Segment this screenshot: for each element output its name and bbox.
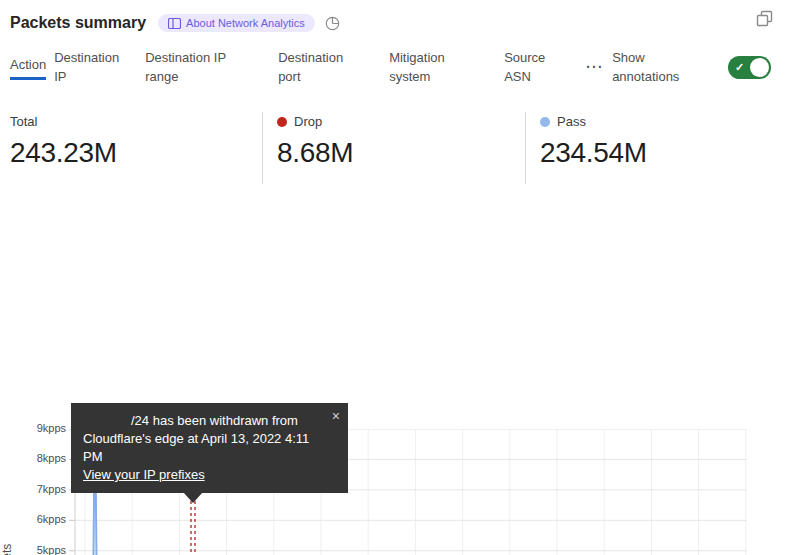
- pie-chart-icon: [325, 16, 340, 31]
- tab-destination-port[interactable]: Destination port: [278, 48, 356, 86]
- y-tick-label: 8kpps: [0, 452, 66, 464]
- tab-destination-ip[interactable]: Destination IP: [54, 48, 129, 86]
- toggle-knob: [750, 58, 769, 77]
- packets-summary-card: Packets summary About Network Analytics …: [0, 0, 785, 555]
- book-icon: [168, 18, 181, 29]
- stat-total-label: Total: [10, 114, 117, 129]
- y-tick-label: 5kpps: [0, 544, 66, 555]
- tab-action[interactable]: Action: [10, 55, 46, 80]
- tab-destination-ip-range[interactable]: Destination IP range: [145, 48, 242, 86]
- page-title: Packets summary: [10, 14, 146, 32]
- checkmark-icon: ✓: [735, 61, 744, 74]
- annotation-tooltip: × /24 has been withdrawn from Cloudflare…: [71, 403, 348, 493]
- stat-drop-label: Drop: [277, 114, 353, 129]
- tabs-bar: Action Destination IP Destination IP ran…: [10, 44, 771, 90]
- close-icon[interactable]: ×: [332, 407, 340, 425]
- y-tick-label: 6kpps: [0, 513, 66, 525]
- y-tick-label: 7kpps: [0, 483, 66, 495]
- stat-total-value: 243.23M: [10, 137, 117, 169]
- show-annotations-toggle[interactable]: ✓: [728, 56, 771, 79]
- stat-drop: Drop 8.68M: [277, 114, 353, 169]
- y-tick-label: 9kpps: [0, 422, 66, 434]
- divider: [525, 112, 526, 184]
- badge-label: About Network Analytics: [186, 17, 305, 29]
- pass-legend-dot: [540, 117, 550, 127]
- stat-pass-label: Pass: [540, 114, 647, 129]
- drop-legend-dot: [277, 117, 287, 127]
- stat-total: Total 243.23M: [10, 114, 117, 169]
- stat-drop-value: 8.68M: [277, 137, 353, 169]
- tooltip-line1: /24 has been withdrawn from: [83, 412, 322, 430]
- more-options-icon[interactable]: ⋯: [585, 62, 603, 72]
- about-network-analytics-badge[interactable]: About Network Analytics: [158, 14, 315, 32]
- stat-pass: Pass 234.54M: [540, 114, 647, 169]
- tab-source-asn[interactable]: Source ASN: [504, 48, 556, 86]
- stat-pass-value: 234.54M: [540, 137, 647, 169]
- packets-chart: Packets 0pps1kpps2kpps3kpps4kpps5kpps6kp…: [0, 200, 785, 555]
- stats-row: Total 243.23M Drop 8.68M Pass 234.54M: [0, 108, 785, 192]
- view-ip-prefixes-link[interactable]: View your IP prefixes: [83, 466, 205, 484]
- divider: [262, 112, 263, 184]
- tooltip-line2: Cloudflare's edge at April 13, 2022 4:11…: [83, 430, 322, 466]
- show-annotations-label: Show annotations: [612, 48, 694, 86]
- header: Packets summary About Network Analytics: [10, 8, 775, 38]
- expand-window-icon[interactable]: [756, 10, 773, 31]
- tab-mitigation-system[interactable]: Mitigation system: [389, 48, 465, 86]
